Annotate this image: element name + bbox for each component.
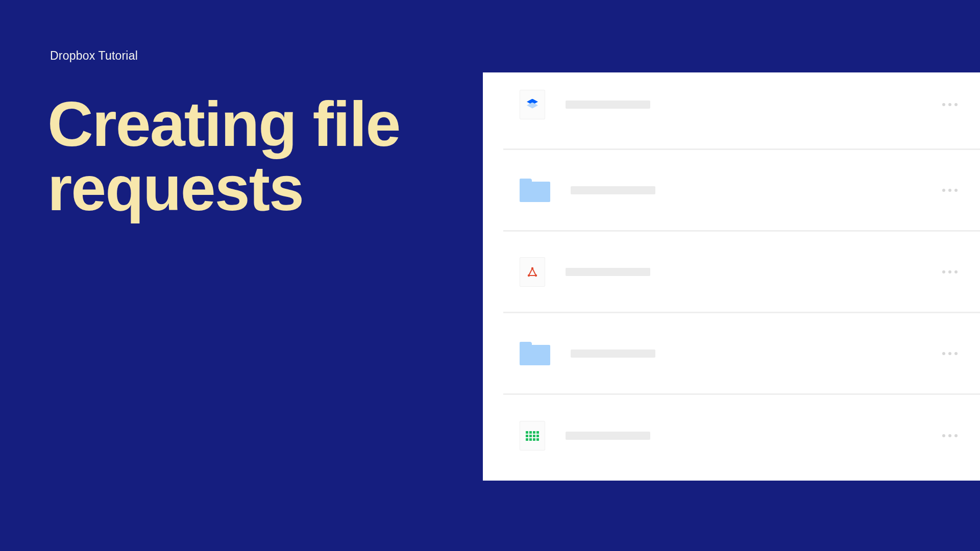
filename-placeholder bbox=[566, 432, 650, 440]
headline-line-1: Creating file bbox=[47, 89, 400, 159]
filename-placeholder bbox=[566, 101, 650, 109]
more-options-icon[interactable] bbox=[942, 103, 958, 106]
slide-headline: Creating file requests bbox=[47, 92, 400, 221]
pdf-icon bbox=[520, 257, 545, 287]
file-row[interactable] bbox=[503, 395, 980, 477]
filename-placeholder bbox=[566, 268, 650, 276]
filename-placeholder bbox=[571, 349, 655, 358]
slide-stage: Dropbox Tutorial Creating file requests bbox=[0, 0, 980, 551]
file-row[interactable] bbox=[503, 232, 980, 313]
file-row[interactable] bbox=[503, 72, 980, 150]
more-options-icon[interactable] bbox=[942, 352, 958, 355]
dropbox-file-icon bbox=[520, 90, 545, 119]
more-options-icon[interactable] bbox=[942, 189, 958, 192]
more-options-icon[interactable] bbox=[942, 270, 958, 273]
more-options-icon[interactable] bbox=[942, 434, 958, 437]
spreadsheet-icon bbox=[520, 421, 545, 450]
filename-placeholder bbox=[571, 186, 655, 194]
file-row[interactable] bbox=[503, 313, 980, 395]
eyebrow-text: Dropbox Tutorial bbox=[50, 49, 138, 63]
folder-icon bbox=[520, 341, 550, 366]
file-row[interactable] bbox=[503, 150, 980, 232]
headline-line-2: requests bbox=[47, 153, 303, 223]
folder-icon bbox=[520, 178, 550, 203]
file-list-panel bbox=[483, 72, 980, 481]
